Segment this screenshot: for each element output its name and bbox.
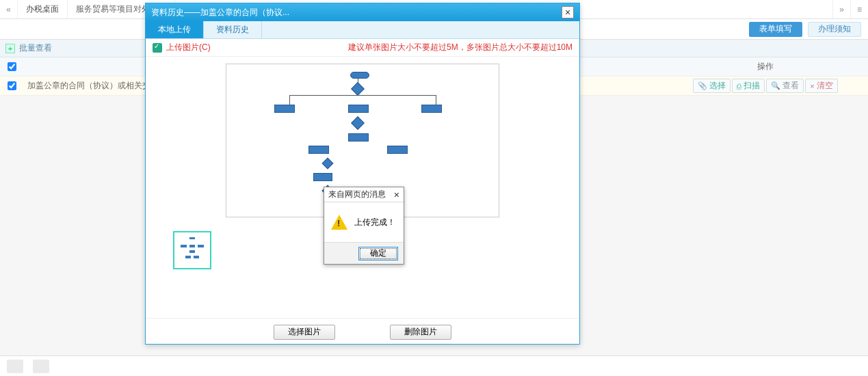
tab-history[interactable]: 资料历史: [204, 21, 262, 38]
upload-label[interactable]: 上传图片(C): [166, 42, 211, 53]
thumbnail-strip: [173, 231, 211, 269]
upload-check-icon: [153, 43, 162, 53]
alert-message: 上传完成！: [354, 217, 395, 228]
dialog-close-button[interactable]: ×: [562, 6, 574, 18]
upload-warning: 建议单张图片大小不要超过5M，多张图片总大小不要超过10M: [348, 42, 573, 53]
select-image-button[interactable]: 选择图片: [274, 325, 335, 340]
thumbnail[interactable]: [173, 231, 211, 269]
dialog-footer: 选择图片 删除图片: [146, 318, 579, 345]
alert-close-button[interactable]: ×: [394, 189, 399, 200]
dialog-body: 来自网页的消息 × 上传完成！ 确定: [146, 57, 579, 318]
dialog-tabs: 本地上传 资料历史: [146, 21, 579, 39]
dialog-title: 资料历史——加盖公章的合同（协议...: [151, 7, 562, 18]
alert-dialog: 来自网页的消息 × 上传完成！ 确定: [324, 187, 404, 265]
upload-dialog: 资料历史——加盖公章的合同（协议... × 本地上传 资料历史 上传图片(C) …: [145, 3, 580, 345]
tab-local-upload[interactable]: 本地上传: [146, 21, 204, 38]
upload-bar: 上传图片(C) 建议单张图片大小不要超过5M，多张图片总大小不要超过10M: [146, 39, 579, 57]
delete-image-button[interactable]: 删除图片: [390, 325, 451, 340]
alert-titlebar[interactable]: 来自网页的消息 ×: [324, 187, 404, 202]
alert-ok-button[interactable]: 确定: [358, 247, 398, 260]
dialog-titlebar[interactable]: 资料历史——加盖公章的合同（协议... ×: [146, 3, 579, 21]
warning-icon: [331, 215, 347, 230]
alert-title: 来自网页的消息: [328, 189, 394, 200]
